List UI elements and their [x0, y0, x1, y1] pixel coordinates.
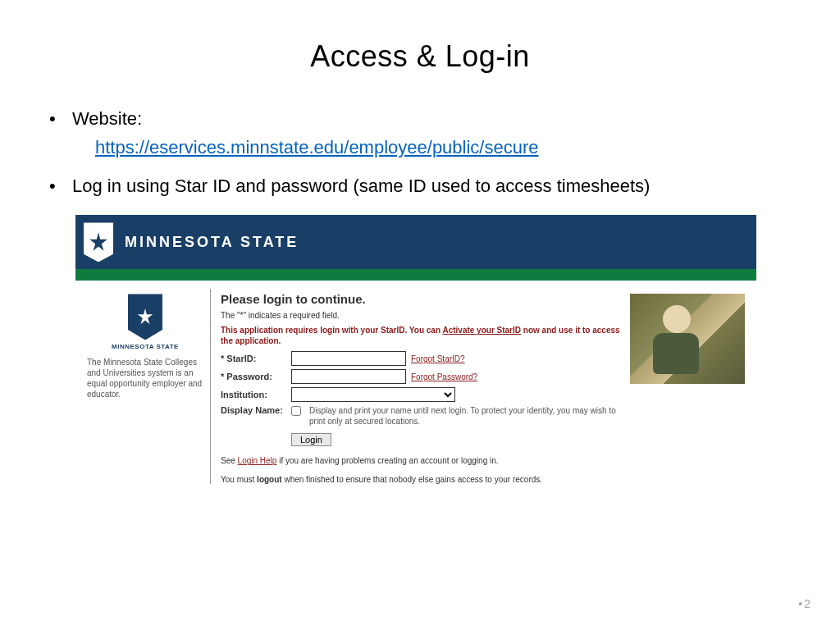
- svg-marker-0: [89, 232, 107, 251]
- ms-side-brand: MINNESOTA STATE: [87, 343, 203, 350]
- activate-starid-link[interactable]: Activate your StarID: [442, 326, 521, 335]
- ms-banner: MINNESOTA STATE: [75, 215, 756, 269]
- starid-input[interactable]: [291, 351, 406, 366]
- bullet-website-label: Website:: [72, 108, 142, 129]
- bullet-login-instruction: Log in using Star ID and password (same …: [49, 174, 840, 199]
- starid-label: * StarID:: [221, 354, 286, 363]
- login-form-area: Please login to continue. The "*" indica…: [210, 289, 630, 484]
- svg-marker-1: [138, 308, 153, 324]
- ms-banner-title: MINNESOTA STATE: [125, 234, 299, 251]
- required-note: The "*" indicates a required field.: [221, 311, 622, 320]
- slide-title: Access & Log-in: [0, 39, 840, 74]
- display-name-note: Display and print your name until next l…: [309, 405, 622, 427]
- ms-banner-logo-icon: [84, 222, 113, 262]
- password-label: * Password:: [221, 372, 286, 381]
- institution-label: Institution:: [221, 390, 286, 399]
- login-screenshot: MINNESOTA STATE MINNESOTA STATE The Minn…: [75, 215, 756, 484]
- ms-sidebar: MINNESOTA STATE The Minnesota State Coll…: [87, 289, 210, 484]
- bullet-website: Website: https://eservices.minnstate.edu…: [49, 107, 840, 161]
- website-link[interactable]: https://eservices.minnstate.edu/employee…: [95, 137, 539, 158]
- institution-select[interactable]: [291, 387, 455, 402]
- forgot-starid-link[interactable]: Forgot StarID?: [411, 354, 465, 363]
- display-name-checkbox[interactable]: [291, 406, 301, 416]
- login-help-line: See Login Help if you are having problem…: [221, 456, 622, 465]
- page-number: 2: [798, 597, 810, 610]
- logout-note: You must logout when finished to ensure …: [221, 475, 622, 484]
- login-help-link[interactable]: Login Help: [238, 456, 277, 465]
- student-photo: [630, 294, 745, 384]
- display-name-label: Display Name:: [221, 405, 286, 427]
- starid-activation-note: This application requires login with you…: [221, 325, 622, 346]
- login-button[interactable]: Login: [291, 433, 331, 446]
- login-heading: Please login to continue.: [221, 292, 622, 306]
- password-input[interactable]: [291, 369, 406, 384]
- ms-side-blurb: The Minnesota State Colleges and Univers…: [87, 357, 203, 399]
- forgot-password-link[interactable]: Forgot Password?: [411, 372, 477, 381]
- bullet-list: Website: https://eservices.minnstate.edu…: [49, 107, 840, 199]
- ms-green-bar: [75, 269, 756, 281]
- ms-side-logo-icon: [128, 294, 162, 340]
